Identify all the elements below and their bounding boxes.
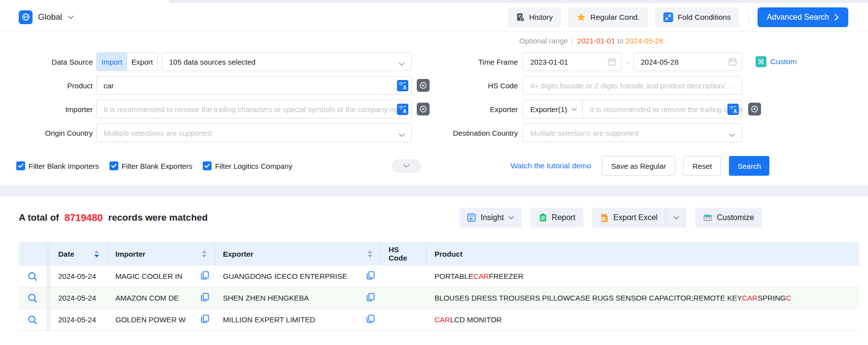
region-label: Global (38, 12, 62, 22)
copy-icon[interactable] (366, 293, 375, 303)
sort-control[interactable] (202, 250, 207, 258)
history-label: History (529, 13, 553, 22)
summary-suffix: records were matched (108, 212, 208, 223)
copy-icon[interactable] (201, 314, 209, 325)
importer-name[interactable]: GOLDEN POWER W (115, 315, 186, 324)
checkbox-filter-logitics-company[interactable]: Filter Logitics Company (203, 161, 292, 170)
chevron-down-icon (508, 216, 514, 220)
translate-icon[interactable]: 中A (397, 80, 408, 91)
fold-conditions-button[interactable]: Fold Conditions (655, 7, 739, 27)
form-row-countries: Origin Country Multiple selections are s… (0, 123, 868, 142)
custom-time-link[interactable]: ⌘ Custom (756, 56, 796, 67)
svg-text:A: A (733, 109, 737, 114)
sort-asc-icon[interactable] (367, 250, 372, 253)
magnifier-icon (28, 293, 37, 303)
checkbox-checked-icon (109, 161, 118, 170)
table-row[interactable]: 2024-05-24 GOLDEN POWER W MILLION EXPERT… (19, 309, 859, 331)
importer-input[interactable]: It is recommended to remove the trailing… (96, 100, 412, 118)
start-date-input[interactable]: 2023-01-01 (523, 52, 621, 71)
importer-name[interactable]: AMAZON COM DE (115, 294, 179, 302)
header-exporter[interactable]: Exporter (215, 242, 381, 266)
checkbox-filter-blank-importers[interactable]: Filter Blank Importers (16, 161, 99, 170)
data-sources-select[interactable]: 105 data sources selected (162, 52, 412, 71)
exporter-cell: MILLION EXPERT LIMITED (215, 309, 381, 330)
reset-button[interactable]: Reset (683, 156, 721, 176)
destination-country-select[interactable]: Multiple selections are supported (523, 123, 742, 142)
row-fixed-strip (46, 309, 50, 330)
form-row-product-hscode: Product car 中A HS Code 4+ digits hscode … (0, 76, 868, 95)
calendar-icon[interactable] (728, 58, 737, 68)
save-as-regular-button[interactable]: Save as Regular (602, 156, 675, 176)
exporter-name[interactable]: SHEN ZHEN HENGKEBA (223, 294, 309, 302)
sort-asc-icon[interactable] (202, 250, 207, 253)
hs-code-input[interactable]: 4+ digits hscode or 2 digits hscode and … (523, 76, 742, 95)
end-date-input[interactable]: 2024-05-28 (633, 52, 742, 71)
product-text: LCD MONITOR (450, 315, 502, 324)
exclude-keywords-icon[interactable] (748, 103, 761, 115)
sort-desc-icon[interactable] (367, 255, 372, 258)
row-detail-cell (19, 309, 46, 330)
product-input[interactable]: car 中A (96, 76, 412, 95)
export-toggle[interactable]: Export (127, 53, 158, 71)
view-detail-button[interactable] (19, 266, 46, 287)
sort-asc-icon[interactable] (94, 250, 99, 253)
row-fixed-strip (46, 287, 50, 308)
regular-cond-button[interactable]: Regular Cond. (568, 7, 648, 27)
search-button[interactable]: Search (729, 156, 769, 176)
hs-code-label: HS Code (435, 81, 518, 90)
end-date-value: 2024-05-28 (634, 58, 686, 66)
exporter-input[interactable]: Exporter(1) It is recommended to remove … (523, 100, 742, 118)
import-toggle[interactable]: Import (97, 53, 127, 71)
header-importer[interactable]: Importer (108, 242, 215, 266)
product-text: BLOUSES DRESS TROUSERS PILLOWCASE RUGS S… (434, 294, 742, 302)
header-date[interactable]: Date (50, 242, 108, 266)
tutorial-demo-link[interactable]: Watch the tutorial demo (510, 161, 591, 170)
customize-button[interactable]: Customize (695, 208, 762, 228)
view-detail-button[interactable] (19, 309, 46, 330)
origin-country-select[interactable]: Multiple selections are supported (96, 123, 412, 142)
export-excel-button[interactable]: Export Excel (592, 208, 666, 228)
insight-button[interactable]: BI Insight (459, 208, 521, 228)
sort-desc-icon[interactable] (202, 255, 207, 258)
globe-icon (19, 10, 33, 24)
copy-icon[interactable] (201, 271, 209, 281)
calendar-icon[interactable] (608, 58, 616, 68)
sort-desc-icon[interactable] (94, 255, 99, 258)
checkbox-checked-icon (16, 161, 25, 170)
row-fixed-strip (46, 266, 50, 287)
row-detail-cell (19, 266, 46, 287)
copy-icon[interactable] (201, 293, 209, 303)
exclude-keywords-icon[interactable] (417, 103, 430, 115)
exporter-name[interactable]: MILLION EXPERT LIMITED (223, 315, 315, 324)
sort-control[interactable] (94, 250, 99, 258)
checkbox-filter-blank-exporters[interactable]: Filter Blank Exporters (109, 161, 192, 170)
advanced-search-button[interactable]: Advanced Search (758, 7, 848, 27)
optional-range-to: to (617, 37, 623, 45)
expand-conditions-button[interactable] (392, 159, 421, 172)
start-date-value: 2023-01-01 (523, 58, 575, 66)
summary-prefix: A total of (19, 212, 59, 223)
region-switcher[interactable]: Global (19, 10, 74, 24)
date-cell: 2024-05-24 (50, 287, 108, 308)
exporter-name[interactable]: GUANGDONG ICECO ENTERPRISE (223, 272, 347, 280)
table-row[interactable]: 2024-05-24 AMAZON COM DE SHEN ZHEN HENGK… (19, 287, 859, 309)
exporter-type-select[interactable]: Exporter(1) (523, 100, 583, 118)
hs-code-cell (381, 287, 427, 308)
view-detail-button[interactable] (19, 287, 46, 308)
importer-name[interactable]: MAGIC COOLER IN (115, 272, 182, 280)
copy-icon[interactable] (366, 314, 375, 325)
product-text: SPRING (758, 294, 786, 302)
header-hs-code: HS Code (381, 242, 427, 266)
table-row[interactable]: 2024-05-24 MAGIC COOLER IN GUANGDONG ICE… (19, 266, 859, 287)
header-product: Product (427, 242, 859, 266)
copy-icon[interactable] (366, 271, 375, 281)
translate-icon[interactable]: 中A (397, 104, 408, 115)
export-options-button[interactable] (666, 208, 687, 228)
product-keyword-highlight: C (786, 294, 792, 302)
translate-icon[interactable]: 中A (727, 104, 739, 115)
report-button[interactable]: Report (531, 208, 583, 228)
exclude-keywords-icon[interactable] (417, 79, 430, 92)
product-cell: CAR LCD MONITOR (427, 309, 859, 330)
history-button[interactable]: History (508, 7, 561, 27)
sort-control[interactable] (367, 250, 372, 258)
